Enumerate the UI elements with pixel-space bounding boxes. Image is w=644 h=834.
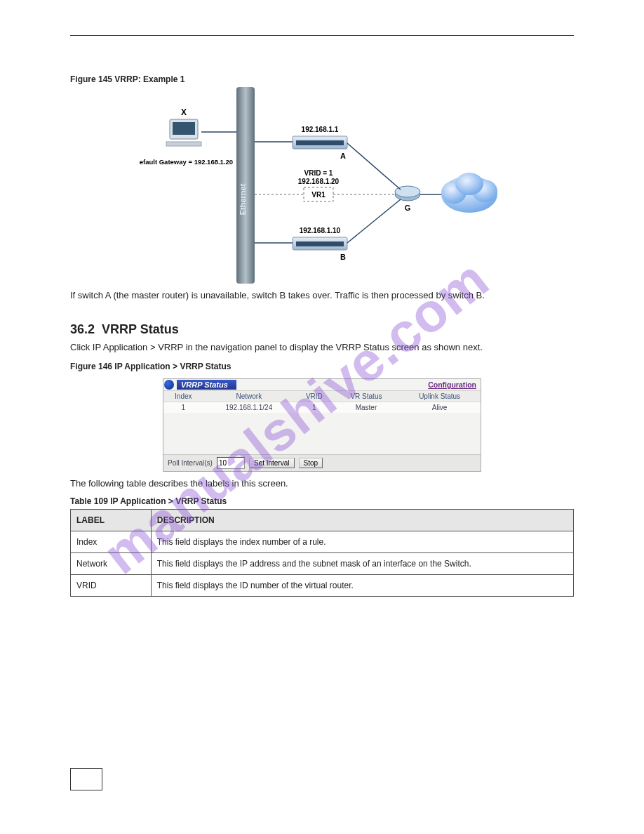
- doc-cell-label: Network: [71, 552, 152, 574]
- poll-interval-input[interactable]: [217, 457, 245, 469]
- doc-cell-label: Index: [71, 531, 152, 552]
- svg-point-33: [455, 173, 483, 195]
- svg-text:192.168.1.1: 192.168.1.1: [302, 126, 339, 133]
- svg-text:G: G: [405, 204, 411, 212]
- svg-text:Ethernet: Ethernet: [239, 183, 247, 215]
- vrrp-status-panel: VRRP Status Configuration Index Network …: [163, 378, 481, 472]
- doc-row: Index This field displays the index numb…: [71, 531, 574, 552]
- svg-text:B: B: [340, 253, 346, 261]
- svg-text:192.168.1.10: 192.168.1.10: [300, 227, 341, 234]
- cell-uplink: Alive: [398, 402, 481, 413]
- svg-text:A: A: [340, 152, 346, 160]
- figure-146-caption: Figure 146 IP Application > VRRP Status: [70, 362, 574, 371]
- svg-line-27: [347, 143, 401, 190]
- svg-rect-20: [296, 241, 344, 246]
- cell-index: 1: [163, 402, 203, 413]
- col-uplink: Uplink Status: [398, 391, 481, 402]
- svg-line-28: [347, 199, 401, 243]
- doc-table-caption: Table 109 IP Application > VRRP Status: [70, 496, 574, 509]
- doc-row: VRID This field displays the ID number o…: [71, 574, 574, 596]
- doc-th-desc: DESCRIPTION: [151, 509, 573, 531]
- section-heading-vrrp-status: 36.2 VRRP Status: [70, 322, 574, 337]
- description-table: Table 109 IP Application > VRRP Status L…: [70, 496, 574, 597]
- svg-rect-4: [166, 142, 201, 146]
- stop-button[interactable]: Stop: [299, 458, 323, 468]
- col-vrstatus: VR Status: [334, 391, 399, 402]
- section-intro: Click IP Application > VRRP in the navig…: [70, 341, 574, 355]
- cell-vrstatus: Master: [334, 402, 399, 413]
- svg-rect-9: [296, 140, 344, 145]
- svg-text:192.168.1.20: 192.168.1.20: [298, 178, 340, 185]
- svg-text:VRID = 1: VRID = 1: [304, 169, 333, 177]
- doc-cell-label: VRID: [71, 574, 152, 596]
- body-paragraph-1: If switch A (the master router) is unava…: [70, 289, 574, 303]
- table-intro: The following table describes the labels…: [70, 477, 574, 491]
- svg-text:Default Gateway = 192.168.1.20: Default Gateway = 192.168.1.20: [140, 158, 233, 166]
- table-row: 1 192.168.1.1/24 1 Master Alive: [163, 402, 481, 413]
- doc-cell-desc: This field displays the index number of …: [151, 531, 573, 552]
- configuration-link[interactable]: Configuration: [428, 380, 476, 389]
- panel-title: VRRP Status: [177, 380, 236, 390]
- svg-text:VR1: VR1: [311, 191, 326, 199]
- doc-th-label: LABEL: [71, 509, 152, 531]
- footer-box: [70, 768, 102, 790]
- svg-text:X: X: [181, 107, 187, 117]
- doc-cell-desc: This field displays the ID number of the…: [151, 574, 573, 596]
- cell-vrid: 1: [295, 402, 334, 413]
- doc-row: Network This field displays the IP addre…: [71, 552, 574, 574]
- set-interval-button[interactable]: Set Interval: [249, 458, 295, 468]
- col-vrid: VRID: [295, 391, 334, 402]
- vrrp-status-table: Index Network VRID VR Status Uplink Stat…: [163, 391, 481, 413]
- vrrp-example-diagram: Ethernet X Default Gateway = 192.168.1.2…: [140, 87, 504, 284]
- cell-network: 192.168.1.1/24: [203, 402, 295, 413]
- svg-rect-3: [173, 122, 195, 135]
- panel-accent-dot-icon: [164, 380, 174, 390]
- col-index: Index: [163, 391, 203, 402]
- figure-145-caption: Figure 145 VRRP: Example 1: [70, 74, 574, 84]
- doc-cell-desc: This field displays the IP address and t…: [151, 552, 573, 574]
- poll-interval-label: Poll Interval(s): [168, 459, 213, 467]
- col-network: Network: [203, 391, 295, 402]
